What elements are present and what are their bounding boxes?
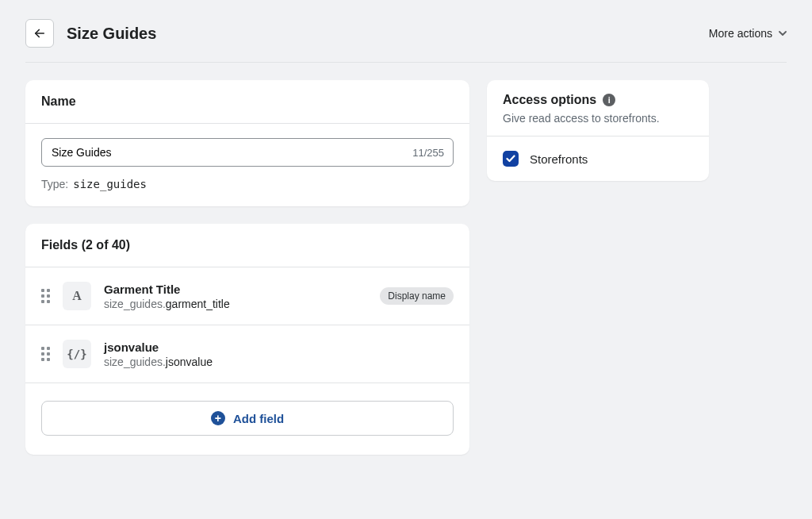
storefronts-label: Storefronts	[530, 152, 588, 166]
json-type-icon: {/}	[63, 340, 91, 368]
name-input[interactable]	[41, 138, 454, 167]
display-name-badge: Display name	[380, 287, 454, 305]
more-actions-button[interactable]: More actions	[709, 27, 787, 40]
field-title: jsonvalue	[104, 340, 454, 354]
page-header: Size Guides More actions	[25, 19, 787, 63]
access-options-card: Access options i Give read access to sto…	[487, 80, 709, 181]
name-card-header: Name	[25, 80, 469, 123]
drag-handle-icon[interactable]	[41, 289, 50, 303]
name-card: Name 11/255 Type: size_guides	[25, 80, 469, 206]
text-type-icon: A	[63, 282, 91, 310]
caret-down-icon	[779, 31, 787, 36]
drag-handle-icon[interactable]	[41, 347, 50, 361]
field-row[interactable]: A Garment Title size_guides.garment_titl…	[25, 267, 469, 325]
field-key: size_guides.jsonvalue	[104, 356, 454, 368]
storefronts-checkbox[interactable]	[503, 151, 519, 167]
access-options-subtitle: Give read access to storefronts.	[503, 112, 693, 125]
name-char-count: 11/255	[412, 147, 444, 159]
page-title: Size Guides	[67, 25, 156, 43]
type-value: size_guides	[73, 178, 147, 190]
fields-card: Fields (2 of 40) A Garment Title size_gu…	[25, 224, 469, 455]
storefronts-option[interactable]: Storefronts	[487, 136, 709, 181]
fields-card-header: Fields (2 of 40)	[25, 224, 469, 267]
info-icon[interactable]: i	[603, 94, 615, 106]
plus-circle-icon: +	[211, 411, 225, 425]
type-label: Type:	[41, 178, 68, 190]
add-field-button[interactable]: + Add field	[41, 401, 454, 436]
more-actions-label: More actions	[709, 27, 772, 40]
field-key: size_guides.garment_title	[104, 298, 367, 310]
field-row[interactable]: {/} jsonvalue size_guides.jsonvalue	[25, 325, 469, 383]
add-field-label: Add field	[233, 412, 284, 425]
access-options-title: Access options	[503, 93, 596, 107]
arrow-left-icon	[33, 26, 47, 40]
field-title: Garment Title	[104, 283, 367, 296]
check-icon	[506, 155, 515, 163]
back-button[interactable]	[25, 19, 54, 48]
